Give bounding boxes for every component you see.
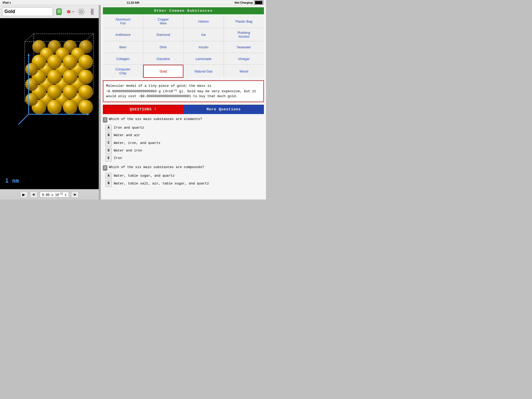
q1-text-e: Iron: [114, 156, 122, 161]
svg-line-23: [25, 34, 34, 42]
svg-point-10: [71, 12, 72, 14]
q1-text-c: Water, iron, and quartz: [114, 141, 160, 146]
svg-point-64: [47, 70, 62, 84]
bottom-controls: ▶ ◀| 0.00 x 10-12 s |▶: [0, 189, 99, 200]
questions-section: 1 Which of the six main substances are e…: [103, 117, 264, 187]
substance-antifreeze[interactable]: Antifreeze: [103, 28, 143, 41]
svg-point-60: [47, 55, 62, 69]
divider-handle: [99, 99, 100, 105]
svg-rect-1: [57, 9, 62, 14]
q1-text-a: Iron and quartz: [114, 125, 144, 131]
status-time: 11:22 AM: [127, 1, 139, 4]
question-2: 2 Which of the six main substances are c…: [103, 165, 264, 187]
ipad-label: iPad ♦: [3, 1, 11, 4]
main-container: Gold: [0, 5, 266, 200]
gold-viewport[interactable]: 1 nm: [0, 18, 99, 189]
substance-gasoline[interactable]: Gasoline: [143, 53, 183, 64]
q2-label-b[interactable]: B: [105, 180, 112, 187]
status-bar: iPad ♦ 11:22 AM Not Charging ████: [0, 0, 266, 5]
time-display: 0.00 x 10-12 s: [40, 192, 69, 197]
substance-vinegar[interactable]: Vinegar: [224, 53, 264, 64]
svg-point-68: [47, 85, 62, 99]
molecule-icon[interactable]: [66, 7, 75, 16]
svg-point-15: [81, 11, 82, 12]
substance-beer[interactable]: Beer: [103, 41, 143, 53]
svg-point-62: [78, 55, 93, 69]
status-right: Not Charging ████: [235, 1, 263, 4]
svg-line-82: [18, 114, 29, 125]
substance-dna[interactable]: DNA: [143, 41, 183, 53]
svg-point-65: [63, 70, 77, 84]
q1-label-a[interactable]: A: [105, 125, 112, 131]
svg-point-8: [71, 10, 72, 11]
svg-point-66: [78, 70, 93, 84]
dna-icon[interactable]: [88, 7, 97, 16]
q1-label-b[interactable]: B: [105, 132, 112, 139]
substances-header: Other Common Substances: [103, 7, 264, 14]
panel-divider[interactable]: [99, 5, 101, 200]
question-1: 1 Which of the six main substances are e…: [103, 117, 264, 162]
q1-text-b: Water and air: [114, 133, 140, 138]
svg-point-74: [78, 100, 93, 114]
substance-insulin[interactable]: Insulin: [184, 41, 224, 53]
left-panel: Gold: [0, 5, 99, 200]
q2-option-b: B Water, table salt, air, table sugar, a…: [105, 180, 264, 187]
q1-label-e[interactable]: E: [105, 155, 112, 162]
q1-option-d: D Water and iron: [105, 148, 264, 154]
q2-option-a: A Water, table sugar, and quartz: [105, 173, 264, 179]
atom-icon[interactable]: [77, 7, 86, 16]
q1-option-c: C Water, iron, and quartz: [105, 140, 264, 146]
substance-seawater[interactable]: Seawater: [224, 41, 264, 53]
questions-buttons: QUESTIONS ! More Questions: [103, 105, 264, 114]
q1-options: A Iron and quartz B Water and air C Wate…: [105, 125, 264, 162]
q2-text-b: Water, table salt, air, table sugar, and…: [114, 181, 209, 187]
scale-label: 1 nm: [5, 177, 19, 184]
substance-gold[interactable]: Gold: [143, 65, 183, 78]
q1-number: 1: [103, 117, 107, 123]
svg-point-61: [63, 55, 77, 69]
svg-marker-79: [28, 53, 30, 56]
green-tool-icon[interactable]: [55, 7, 64, 16]
substance-copper-wire[interactable]: CopperWire: [143, 15, 183, 28]
svg-point-6: [68, 11, 70, 13]
svg-point-76: [25, 78, 38, 91]
q1-text-d: Water and iron: [114, 148, 142, 154]
battery-label: Not Charging: [235, 1, 253, 4]
question-2-header: 2 Which of the six main substances are c…: [103, 165, 264, 171]
substance-lemonade[interactable]: Lemonade: [184, 53, 224, 64]
substances-grid: AluminumFoil CopperWire Helium Plastic B…: [103, 15, 264, 78]
substance-diamond[interactable]: Diamond: [143, 28, 183, 41]
substance-computer-chip[interactable]: ComputerChip: [103, 65, 143, 78]
substance-helium[interactable]: Helium: [184, 15, 224, 28]
substance-wood[interactable]: Wood: [224, 65, 264, 78]
battery-icon: ████: [254, 1, 263, 4]
q2-text: Which of the six main substances are com…: [109, 165, 204, 170]
svg-point-75: [25, 63, 38, 76]
substance-aluminum-foil[interactable]: AluminumFoil: [103, 15, 143, 28]
svg-line-12: [70, 12, 71, 13]
svg-point-69: [63, 85, 77, 99]
q1-label-d[interactable]: D: [105, 148, 112, 154]
substance-plastic-bag[interactable]: Plastic Bag: [224, 15, 264, 28]
substance-natural-gas[interactable]: Natural Gas: [184, 65, 224, 78]
q1-option-b: B Water and air: [105, 132, 264, 139]
q1-option-a: A Iron and quartz: [105, 125, 264, 131]
q1-option-e: E Iron: [105, 155, 264, 162]
step-forward-button[interactable]: |▶: [71, 191, 79, 198]
description-box: Molecular model of a tiny piece of gold;…: [103, 80, 264, 102]
substance-rubbing-alcohol[interactable]: RubbingAlcohol: [224, 28, 264, 41]
more-questions-button[interactable]: More Questions: [183, 105, 264, 114]
step-back-button[interactable]: ◀|: [30, 191, 38, 198]
substance-ice[interactable]: Ice: [184, 28, 224, 41]
q2-text-a: Water, table sugar, and quartz: [114, 173, 175, 179]
q2-label-a[interactable]: A: [105, 173, 112, 179]
q2-number: 2: [103, 165, 107, 171]
play-button[interactable]: ▶: [20, 191, 28, 198]
substance-title: Gold: [2, 7, 53, 16]
right-panel: Other Common Substances AluminumFoil Cop…: [101, 5, 266, 200]
question-1-header: 1 Which of the six main substances are e…: [103, 117, 264, 123]
substance-collagen[interactable]: Collagen: [103, 53, 143, 64]
q1-label-c[interactable]: C: [105, 140, 112, 146]
svg-point-72: [47, 100, 62, 114]
questions-button[interactable]: QUESTIONS !: [103, 105, 183, 114]
